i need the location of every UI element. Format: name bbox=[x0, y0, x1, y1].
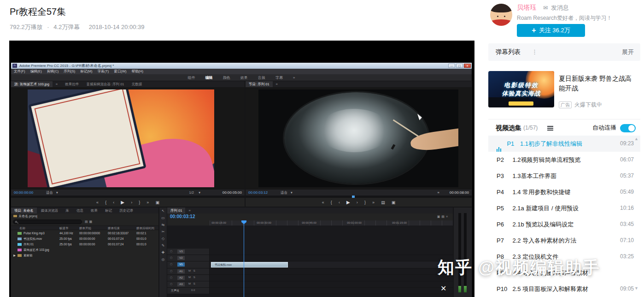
workspace-titles[interactable]: 字幕 bbox=[275, 76, 283, 80]
chevron-down-icon[interactable]: ▾ bbox=[56, 190, 58, 196]
track-chip-a3[interactable]: A3 bbox=[177, 282, 185, 286]
panel-menu-icon[interactable]: ≡ bbox=[273, 81, 281, 87]
track-a1[interactable]: ⬡ A1 M S bbox=[167, 268, 453, 275]
ripple-edit-tool-icon[interactable]: ⇆ bbox=[159, 221, 167, 228]
playlist-item-6[interactable]: P6 2.1b 预览以及编码设定 03:45 bbox=[488, 216, 640, 232]
playlist-item-1[interactable]: P1 1.1初步了解非线性编辑 09:23 bbox=[488, 136, 640, 152]
tab-metadata[interactable]: 元数据 bbox=[129, 81, 146, 87]
ad-title-line2[interactable]: 能开战 bbox=[559, 83, 642, 93]
mark-out-icon[interactable]: } bbox=[364, 200, 366, 205]
playlist-item-5[interactable]: P5 2.1a 新建项目 / 使用预设 10:16 bbox=[488, 200, 640, 216]
tab-markers[interactable]: 标记 bbox=[102, 208, 115, 214]
workspace-assembly[interactable]: 组件 bbox=[187, 76, 195, 80]
mark-in-icon[interactable]: { bbox=[331, 200, 332, 205]
go-to-in-icon[interactable]: « bbox=[322, 200, 324, 205]
playlist-item-3[interactable]: P3 1.3基本工作界面 05:37 bbox=[488, 168, 640, 184]
panel-menu-icon[interactable]: ≡ bbox=[185, 208, 193, 214]
uploader-name[interactable]: 贝塔珏 bbox=[517, 4, 536, 12]
tab-audio-mixer[interactable]: 音频剪辑混合器: 序列 01 bbox=[83, 81, 127, 87]
razor-tool-icon[interactable]: ✂ bbox=[159, 228, 167, 235]
tab-media-browser[interactable]: 媒体浏览器 bbox=[38, 208, 62, 214]
overlay-close-icon[interactable]: ✕ bbox=[440, 284, 446, 293]
view-toggle-icons[interactable]: ▤▦ bbox=[85, 220, 94, 224]
playlist-item-2[interactable]: P2 1.2视频剪辑简单流程预览 06:07 bbox=[488, 152, 640, 168]
track-v2[interactable]: ⬡ V2 bbox=[167, 255, 453, 261]
tab-sequence[interactable]: 序列 01 bbox=[167, 208, 185, 214]
go-to-out-icon[interactable]: » bbox=[372, 200, 375, 205]
workspace-editing[interactable]: 编辑 bbox=[205, 76, 213, 80]
selection-tool-icon[interactable]: ↖ bbox=[159, 208, 167, 214]
track-chip-v3[interactable]: V3 bbox=[177, 249, 185, 254]
track-v1[interactable]: ⬡ V1 书法实拍.mov bbox=[167, 261, 453, 268]
step-back-icon[interactable]: ‹ bbox=[339, 200, 340, 205]
workspace-effects[interactable]: 效果 bbox=[240, 76, 248, 80]
track-a3[interactable]: ⬡ A3 M S bbox=[167, 281, 453, 288]
project-row-video[interactable]: 书法实拍.mov 25.00 fps 00:00:00:00 00:01:07:… bbox=[11, 236, 158, 242]
menu-window[interactable]: 窗口(W) bbox=[114, 69, 126, 73]
tab-effect-controls[interactable]: 效果控件 bbox=[62, 81, 82, 87]
play-icon[interactable]: ▶ bbox=[346, 200, 350, 205]
track-v3[interactable]: ⬡ V3 bbox=[167, 249, 453, 255]
playlist-item-9[interactable]: P9 2.4 导入序列图片和声音素材 bbox=[488, 265, 640, 281]
timeline-toolbar-icons[interactable]: ▣▤≡ bbox=[437, 215, 449, 219]
program-fit-dropdown[interactable]: 适合 bbox=[281, 190, 287, 196]
tab-history[interactable]: 历史记录 bbox=[116, 208, 136, 214]
track-chip-v1[interactable]: V1 bbox=[177, 262, 185, 267]
playlist-item-10[interactable]: P10 2.5 项目面板深入和解释素材 09:05 bbox=[488, 281, 640, 297]
export-frame-icon[interactable]: ▣ bbox=[392, 200, 396, 205]
zoom-tool-icon[interactable]: ◎ bbox=[159, 256, 167, 263]
lock-icon[interactable]: ⬡ bbox=[170, 269, 172, 273]
source-fit-dropdown[interactable]: 适合 bbox=[46, 190, 53, 196]
playlist-item-8[interactable]: P8 2.3 定位脱机文件 03:25 bbox=[488, 249, 640, 265]
maximize-button[interactable]: ▢ bbox=[456, 64, 463, 68]
tab-info[interactable]: 信息 bbox=[73, 208, 87, 214]
track-chip-a2[interactable]: A2 bbox=[177, 276, 185, 280]
workspace-color[interactable]: 颜色 bbox=[223, 76, 230, 80]
ad-thumbnail[interactable]: 电影级特效 体验真实海战 bbox=[488, 71, 554, 107]
track-select-tool-icon[interactable]: ▭ bbox=[159, 214, 167, 221]
project-row-image[interactable]: 装饰派艺术 103.jpg bbox=[11, 247, 158, 253]
lock-icon[interactable]: ⬡ bbox=[170, 249, 172, 253]
settings-icon[interactable]: ≡ bbox=[438, 190, 439, 196]
step-back-icon[interactable]: ‹ bbox=[113, 200, 114, 205]
menu-clip[interactable]: 剪辑(C) bbox=[47, 69, 59, 73]
list-view-icon[interactable] bbox=[547, 126, 553, 131]
track-chip-a1[interactable]: A1 bbox=[177, 269, 185, 273]
mark-out-icon[interactable]: } bbox=[139, 200, 140, 205]
lock-icon[interactable]: ⬡ bbox=[170, 282, 172, 285]
tab-source[interactable]: 源: 装饰派艺术 103.jpg bbox=[11, 81, 53, 87]
menu-file[interactable]: 文件(F) bbox=[14, 69, 25, 73]
chevron-down-icon[interactable]: ▾ bbox=[291, 190, 293, 196]
send-message-link[interactable]: 发消息 bbox=[551, 4, 569, 12]
menu-marker[interactable]: 标记(M) bbox=[80, 69, 92, 73]
export-frame-icon[interactable]: ▣ bbox=[155, 200, 159, 205]
col-media-start[interactable]: 媒体开始 bbox=[79, 226, 91, 231]
lock-icon[interactable]: ⬡ bbox=[170, 256, 172, 259]
lock-icon[interactable]: ⬡ bbox=[170, 276, 172, 279]
workspace-audio[interactable]: 音频 bbox=[258, 76, 265, 80]
menu-edit[interactable]: 编辑(E) bbox=[30, 69, 42, 73]
mute-solo-buttons[interactable]: M S bbox=[188, 276, 196, 279]
autoplay-toggle[interactable] bbox=[620, 124, 636, 132]
more-options-icon[interactable]: ⋮ bbox=[532, 43, 538, 61]
project-row-audio[interactable]: Pulse King.mp3 44,100 Hz 00:00:00:00000 … bbox=[11, 231, 158, 236]
tab-project[interactable]: 项目: 未命名 bbox=[11, 208, 37, 214]
hand-tool-icon[interactable]: ✚ bbox=[159, 249, 167, 256]
track-chip-v2[interactable]: V2 bbox=[177, 256, 185, 260]
tab-libraries[interactable]: 库 bbox=[62, 208, 72, 214]
lock-icon[interactable]: ⬡ bbox=[170, 262, 172, 266]
panel-menu-icon[interactable]: ≡ bbox=[53, 81, 61, 87]
scroll-down-icon[interactable]: ▼ bbox=[634, 286, 638, 291]
go-to-in-icon[interactable]: « bbox=[96, 200, 99, 205]
timeline-clip[interactable]: 书法实拍.mov bbox=[211, 262, 288, 267]
tab-effects[interactable]: 效果 bbox=[88, 208, 101, 214]
col-media-duration[interactable]: 媒体持续时间 bbox=[136, 226, 154, 231]
col-media-end[interactable]: 媒体结束 bbox=[108, 226, 120, 231]
expand-arrow-icon[interactable]: ▶ bbox=[13, 253, 16, 258]
project-search-input[interactable] bbox=[13, 220, 82, 224]
expand-button[interactable]: 展开 bbox=[622, 43, 634, 61]
tab-program[interactable]: 节目: 序列 01 bbox=[246, 81, 273, 87]
project-row-bin[interactable]: ▶ 素材箱 bbox=[11, 253, 158, 258]
col-framerate[interactable]: 帧速率 bbox=[59, 226, 69, 231]
lift-icon[interactable]: ▤ bbox=[381, 200, 385, 205]
